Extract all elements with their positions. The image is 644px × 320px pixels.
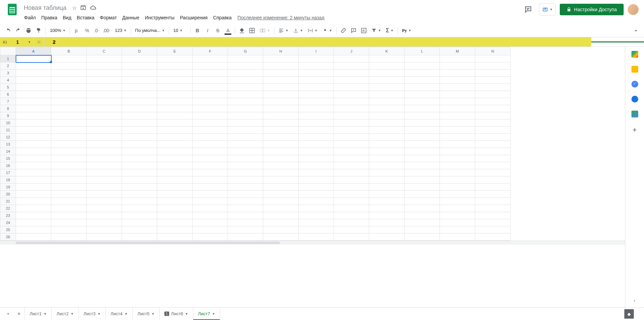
cell[interactable]	[122, 127, 157, 134]
cell[interactable]	[440, 112, 475, 119]
cell[interactable]	[334, 127, 369, 134]
cell[interactable]	[122, 191, 157, 198]
font-dropdown[interactable]: По умолча...▼	[133, 26, 167, 35]
cell[interactable]	[87, 62, 122, 70]
cell[interactable]	[122, 184, 157, 191]
doc-title[interactable]: Новая таблица	[22, 4, 69, 12]
cell[interactable]	[369, 198, 405, 205]
cell[interactable]	[440, 184, 475, 191]
row-header[interactable]: 17	[0, 169, 16, 176]
cell[interactable]	[299, 112, 334, 119]
cell[interactable]	[122, 162, 157, 169]
cell[interactable]	[405, 148, 440, 155]
currency-button[interactable]: р.	[72, 26, 82, 35]
cell[interactable]	[263, 176, 299, 184]
row-header[interactable]: 19	[0, 184, 16, 191]
cell[interactable]	[440, 148, 475, 155]
cell[interactable]	[51, 105, 87, 112]
cell[interactable]	[228, 70, 263, 77]
cell[interactable]	[334, 162, 369, 169]
cell[interactable]	[87, 169, 122, 176]
text-wrap-button[interactable]: ▼	[306, 26, 320, 35]
increase-decimal-button[interactable]: .00→	[103, 26, 112, 35]
cell[interactable]	[16, 70, 51, 77]
cell[interactable]	[405, 105, 440, 112]
row-header[interactable]: 15	[0, 155, 16, 162]
cell[interactable]	[440, 141, 475, 148]
column-header[interactable]: F	[193, 47, 228, 55]
cell[interactable]	[263, 226, 299, 233]
cell[interactable]	[193, 198, 228, 205]
cell[interactable]	[475, 191, 511, 198]
cell[interactable]	[369, 155, 405, 162]
cell[interactable]	[475, 55, 511, 62]
cell[interactable]	[369, 62, 405, 70]
cell[interactable]	[157, 205, 193, 212]
cell[interactable]	[405, 91, 440, 98]
cell[interactable]	[87, 219, 122, 226]
cell[interactable]	[228, 127, 263, 134]
cell[interactable]	[475, 176, 511, 184]
cell[interactable]	[87, 205, 122, 212]
cell[interactable]	[440, 205, 475, 212]
cell[interactable]	[122, 105, 157, 112]
cell[interactable]	[440, 105, 475, 112]
cell[interactable]	[334, 141, 369, 148]
cell[interactable]	[228, 119, 263, 127]
cell[interactable]	[369, 176, 405, 184]
cell[interactable]	[475, 127, 511, 134]
cell[interactable]	[157, 105, 193, 112]
redo-button[interactable]	[14, 26, 23, 35]
cell[interactable]	[334, 55, 369, 62]
cell[interactable]	[405, 141, 440, 148]
menu-view[interactable]: Вид	[60, 14, 74, 22]
cell[interactable]	[440, 77, 475, 84]
comments-button[interactable]	[521, 3, 535, 16]
cell[interactable]	[193, 112, 228, 119]
cell[interactable]	[16, 141, 51, 148]
cell[interactable]	[193, 226, 228, 233]
cell[interactable]	[263, 198, 299, 205]
cell[interactable]	[334, 119, 369, 127]
cell[interactable]	[263, 219, 299, 226]
cell[interactable]	[299, 233, 334, 241]
cell[interactable]	[157, 155, 193, 162]
cell[interactable]	[193, 84, 228, 91]
cell[interactable]	[475, 119, 511, 127]
cell[interactable]	[157, 70, 193, 77]
row-header[interactable]: 14	[0, 148, 16, 155]
cell[interactable]	[475, 162, 511, 169]
cell[interactable]	[193, 191, 228, 198]
cell[interactable]	[87, 70, 122, 77]
column-header[interactable]: J	[334, 47, 369, 55]
sheet-tab[interactable]: Лист5▼	[133, 307, 160, 320]
row-header[interactable]: 9	[0, 112, 16, 119]
cell[interactable]	[475, 219, 511, 226]
cell[interactable]	[299, 105, 334, 112]
cell[interactable]	[405, 155, 440, 162]
number-format-dropdown[interactable]: 123▼	[113, 26, 129, 35]
cell[interactable]	[16, 212, 51, 219]
cell[interactable]	[87, 212, 122, 219]
cell[interactable]	[440, 176, 475, 184]
merge-cells-button[interactable]: ▼	[257, 26, 272, 35]
fill-color-button[interactable]	[237, 26, 247, 35]
cell[interactable]	[299, 219, 334, 226]
cell[interactable]	[16, 98, 51, 105]
cell[interactable]	[475, 70, 511, 77]
calendar-icon[interactable]	[631, 51, 638, 58]
cell[interactable]	[87, 134, 122, 141]
cell[interactable]	[51, 84, 87, 91]
cell[interactable]	[369, 55, 405, 62]
cell[interactable]	[228, 191, 263, 198]
cell[interactable]	[16, 219, 51, 226]
cell[interactable]	[193, 162, 228, 169]
addons-button[interactable]: Рy▼	[400, 26, 413, 35]
row-header[interactable]: 1	[0, 55, 16, 62]
cell[interactable]	[405, 226, 440, 233]
cell[interactable]	[228, 219, 263, 226]
cell[interactable]	[16, 176, 51, 184]
cloud-status-icon[interactable]	[90, 4, 96, 11]
cell[interactable]	[122, 155, 157, 162]
menu-tools[interactable]: Инструменты	[142, 14, 177, 22]
